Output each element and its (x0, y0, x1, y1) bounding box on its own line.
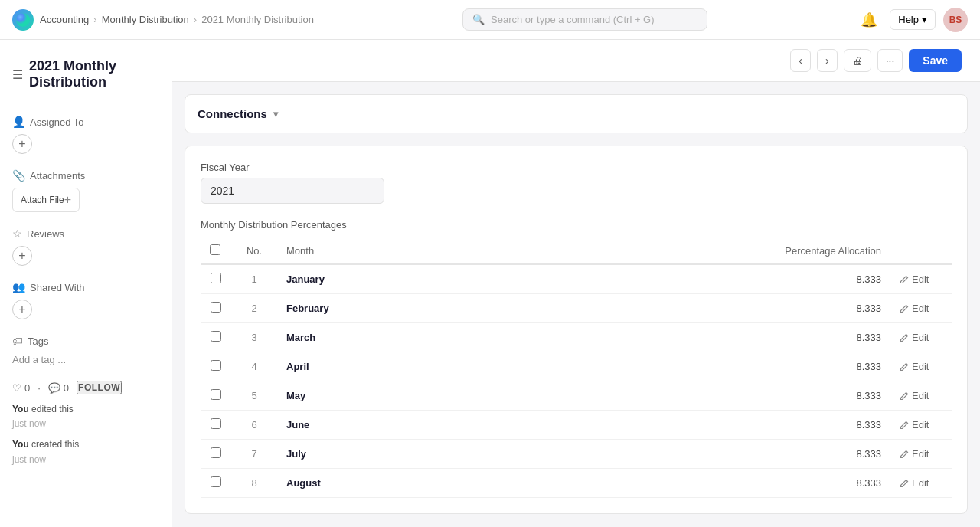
print-button[interactable]: 🖨 (844, 49, 871, 72)
row-percentage: 8.333 (490, 411, 890, 440)
prev-button[interactable]: ‹ (790, 49, 811, 72)
activity2-actor: You (12, 439, 29, 450)
activity1-actor: You (12, 404, 29, 414)
edit-pencil-icon (900, 421, 909, 430)
attach-plus-icon: + (64, 193, 71, 207)
row-percentage: 8.333 (490, 381, 890, 411)
row-month: February (277, 294, 490, 323)
sidebar-footer: ♡ 0 · 💬 0 FOLLOW You edited this just no… (12, 381, 159, 467)
add-assigned-to-button[interactable]: + (12, 134, 32, 154)
breadcrumb: Accounting › Monthly Distribution › 2021… (40, 14, 314, 25)
row-number: 3 (231, 323, 277, 352)
row-checkbox[interactable] (211, 447, 221, 458)
row-checkbox[interactable] (211, 389, 221, 400)
row-checkbox-cell (201, 411, 231, 440)
row-edit-cell: Edit (890, 411, 952, 440)
row-edit-cell: Edit (890, 469, 952, 498)
row-checkbox[interactable] (211, 273, 221, 283)
header-percentage-col: Percentage Allocation (490, 238, 890, 264)
edit-link[interactable]: Edit (900, 361, 942, 372)
header-checkbox-col (201, 238, 231, 264)
activity2-time: just now (12, 454, 46, 465)
heart-icon[interactable]: ♡ (12, 382, 21, 394)
assigned-to-label: Assigned To (30, 116, 84, 128)
row-percentage: 8.333 (490, 294, 890, 323)
tags-header: 🏷 Tags (12, 335, 159, 347)
row-percentage: 8.333 (490, 440, 890, 469)
user-avatar[interactable]: BS (943, 8, 968, 32)
help-chevron-icon: ▾ (922, 14, 927, 25)
app-logo[interactable] (12, 9, 34, 31)
activity2-action: created this (29, 439, 79, 450)
add-review-button[interactable]: + (12, 246, 32, 266)
row-edit-cell: Edit (890, 381, 952, 411)
row-checkbox[interactable] (211, 360, 221, 371)
hamburger-button[interactable]: ☰ (12, 67, 23, 82)
fiscal-year-input[interactable] (201, 178, 384, 204)
connections-title: Connections (198, 107, 267, 120)
row-checkbox[interactable] (211, 331, 221, 342)
row-checkbox[interactable] (211, 302, 221, 313)
table-row: 8 August 8.333 Edit (201, 469, 952, 498)
add-tag-link[interactable]: Add a tag ... (12, 354, 66, 365)
comment-icon[interactable]: 💬 (48, 382, 60, 394)
row-edit-cell: Edit (890, 323, 952, 352)
row-edit-cell: Edit (890, 264, 952, 294)
row-month: July (277, 440, 490, 469)
topbar-right: 🔔 Help ▾ BS (856, 7, 968, 33)
edit-link[interactable]: Edit (900, 303, 942, 314)
add-shared-with-button[interactable]: + (12, 300, 32, 319)
select-all-checkbox[interactable] (210, 244, 220, 255)
attach-file-button[interactable]: Attach File + (12, 188, 80, 212)
table-row: 3 March 8.333 Edit (201, 323, 952, 352)
table-section-title: Monthly Distribution Percentages (201, 219, 952, 231)
assigned-to-header: 👤 Assigned To (12, 116, 159, 128)
help-label: Help (898, 14, 919, 25)
edit-link[interactable]: Edit (900, 390, 942, 401)
content-header: ‹ › 🖨 ··· Save (172, 40, 980, 82)
save-button[interactable]: Save (909, 49, 962, 72)
activity-item-1: You edited this just now (12, 402, 159, 431)
row-checkbox-cell (201, 381, 231, 411)
edit-link[interactable]: Edit (900, 419, 942, 430)
edit-link[interactable]: Edit (900, 448, 942, 460)
topbar-left: Accounting › Monthly Distribution › 2021… (12, 9, 314, 31)
row-checkbox[interactable] (211, 476, 221, 487)
like-section: ♡ 0 (12, 382, 30, 394)
table-header-row: No. Month Percentage Allocation (201, 238, 952, 264)
connections-header[interactable]: Connections ▾ (198, 107, 955, 120)
activity-log: You edited this just now You created thi… (12, 402, 159, 467)
row-checkbox[interactable] (211, 418, 221, 429)
row-edit-cell: Edit (890, 440, 952, 469)
share-icon: 👥 (12, 281, 25, 293)
row-checkbox-cell (201, 294, 231, 323)
content-area: ‹ › 🖨 ··· Save Connections ▾ Fiscal Year… (172, 40, 980, 527)
edit-link[interactable]: Edit (900, 273, 942, 285)
edit-link[interactable]: Edit (900, 477, 942, 489)
follow-button[interactable]: FOLLOW (77, 381, 122, 394)
row-month: January (277, 264, 490, 294)
next-button[interactable]: › (817, 49, 838, 72)
row-percentage: 8.333 (490, 323, 890, 352)
row-checkbox-cell (201, 440, 231, 469)
star-icon: ☆ (12, 227, 22, 240)
breadcrumb-level1[interactable]: Accounting (40, 14, 89, 25)
header-edit-col (890, 238, 952, 264)
edit-pencil-icon (900, 391, 909, 401)
row-month: March (277, 323, 490, 352)
sidebar-page-title: 2021 Monthly Distribution (29, 58, 159, 90)
breadcrumb-level3: 2021 Monthly Distribution (201, 14, 314, 25)
edit-link[interactable]: Edit (900, 332, 942, 343)
activity1-action: edited this (29, 404, 74, 414)
help-button[interactable]: Help ▾ (890, 9, 936, 30)
row-number: 5 (231, 381, 277, 411)
edit-pencil-icon (900, 304, 909, 313)
notification-bell-button[interactable]: 🔔 (856, 7, 882, 33)
search-bar[interactable]: 🔍 Search or type a command (Ctrl + G) (462, 8, 707, 31)
row-month: June (277, 411, 490, 440)
breadcrumb-level2[interactable]: Monthly Distribution (102, 14, 189, 25)
more-options-button[interactable]: ··· (877, 49, 903, 72)
edit-pencil-icon (900, 362, 909, 372)
row-number: 6 (231, 411, 277, 440)
sidebar-shared-with-section: 👥 Shared With + (12, 281, 159, 319)
